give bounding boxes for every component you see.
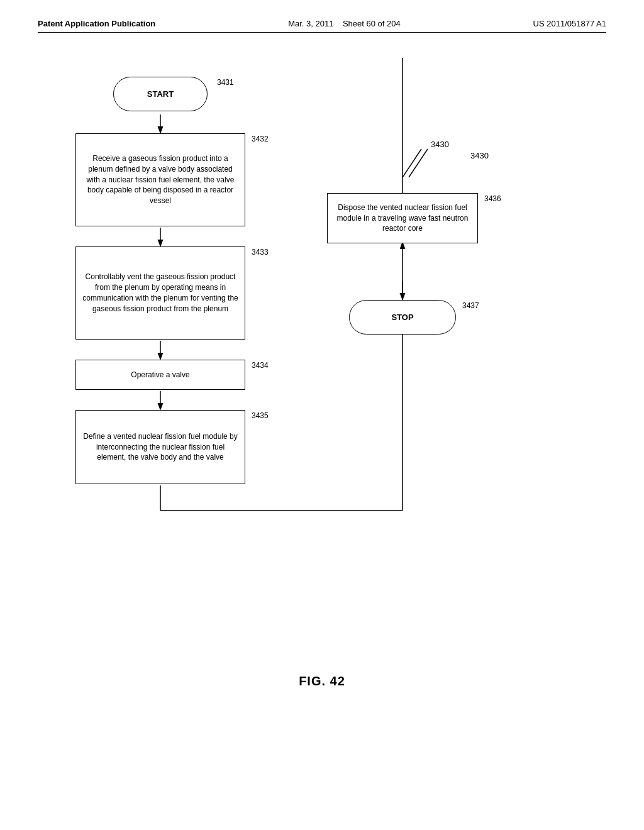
ref-3437: 3437 [462,301,479,310]
box-3432: Receive a gaseous fission product into a… [75,133,245,226]
ref-3433: 3433 [252,248,269,257]
header-patent-number: US 2011/051877 A1 [533,19,606,28]
box-3434: Operative a valve [75,360,245,390]
diagram-area: START 3431 Receive a gaseous fission pro… [38,58,606,655]
ref-3436: 3436 [484,194,501,203]
ref-3432: 3432 [252,135,269,143]
ref-3435: 3435 [252,411,269,420]
header: Patent Application Publication Mar. 3, 2… [38,19,606,33]
header-date: Mar. 3, 2011 Sheet 60 of 204 [288,19,401,28]
figure-caption: FIG. 42 [38,674,606,689]
box-3435: Define a vented nuclear fission fuel mod… [75,410,245,484]
connector-decoration: 3430 [402,140,478,190]
page: Patent Application Publication Mar. 3, 2… [0,0,644,830]
start-node: START [113,77,208,111]
top-connector-line [396,58,409,196]
ref-3431: 3431 [217,78,234,87]
stop-node: STOP [349,300,456,335]
header-publication-label: Patent Application Publication [38,19,155,28]
ref-3434: 3434 [252,361,269,370]
svg-text:3430: 3430 [431,140,449,149]
box-3433: Controllably vent the gaseous fission pr… [75,246,245,340]
box-3436: Dispose the vented nuclear fission fuel … [327,193,478,243]
